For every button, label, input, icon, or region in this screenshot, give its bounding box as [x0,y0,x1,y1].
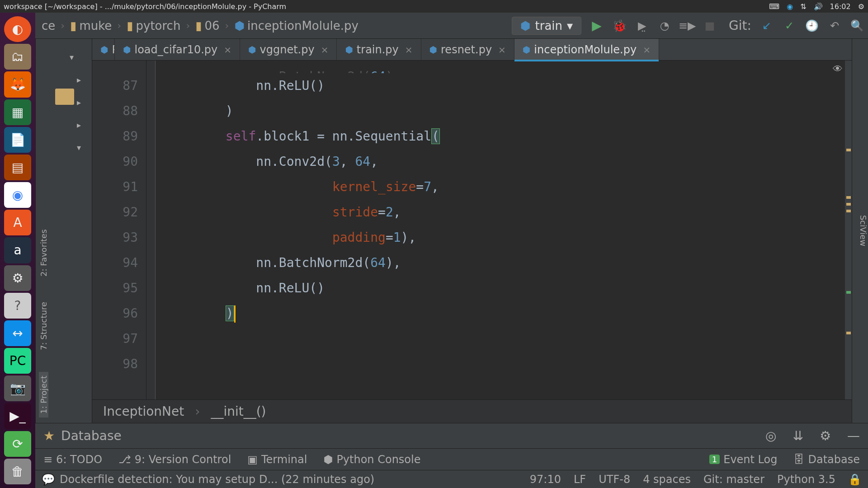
concurrency-button[interactable]: ≡▶ [680,19,694,33]
git-update-button[interactable]: ↙ [760,19,774,33]
teamviewer-icon[interactable]: ↔ [4,320,31,346]
python-icon: ⬢ [323,453,333,466]
trash-icon[interactable]: 🗑 [4,459,31,484]
power-icon[interactable]: ⚙ [858,2,864,11]
run-button[interactable]: ▶ [590,19,604,33]
tab-label: vggnet.py [260,43,315,56]
vcs-tool-button[interactable]: ⎇9: Version Control [118,453,231,466]
tree-collapse-icon[interactable]: ▾ [77,143,81,152]
event-log-tool-button[interactable]: 1Event Log [709,453,778,466]
folder-icon: ▮ [195,19,202,33]
editor-tab[interactable]: ⬢vggnet.py× [240,39,337,60]
sciview-tool-button[interactable]: SciView [859,215,868,246]
git-history-button[interactable]: 🕘 [805,19,819,33]
impress-icon[interactable]: ▤ [4,155,31,180]
updater-icon[interactable]: ⟳ [4,431,31,457]
settings-icon[interactable]: ⚙ [4,265,31,291]
terminal-tool-button[interactable]: ▣Terminal [247,453,307,466]
line-number-gutter[interactable]: 878889909192939495969798 [92,61,146,399]
chrome-icon[interactable]: ◉ [4,182,31,208]
writer-icon[interactable]: 📄 [4,127,31,153]
tab-close-icon[interactable]: × [405,44,413,55]
tab-close-icon[interactable]: × [643,44,651,55]
database-tool-window[interactable]: ★ Database ◎ ⇊ ⚙ — [35,423,868,448]
editor-tab[interactable]: ⬢train.py× [337,39,421,60]
breadcrumb-segment[interactable]: ▮pytorch [124,19,183,33]
ubuntu-dash-icon[interactable]: ◐ [4,16,31,42]
files-icon[interactable]: 🗂 [4,44,31,70]
git-branch[interactable]: Git: master [703,473,764,486]
editor-tab[interactable]: ⬢P [92,39,115,60]
editor-tabs: ⬢P⬢load_cifar10.py×⬢vggnet.py×⬢train.py×… [92,39,852,61]
coverage-button[interactable]: ▶̤ [635,19,649,33]
editor-tab[interactable]: ⬢load_cifar10.py× [115,39,240,60]
todo-tool-button[interactable]: ≡6: TODO [43,453,102,466]
python-interpreter[interactable]: Python 3.5 [777,473,835,486]
file-encoding[interactable]: UTF-8 [599,473,630,486]
software-icon[interactable]: A [4,210,31,235]
tree-expand-icon[interactable]: ▸ [77,98,81,107]
tab-label: resnet.py [441,43,492,56]
terminal-icon[interactable]: ▶_ [4,403,31,429]
debug-button[interactable]: 🐞 [612,19,627,33]
editor-scrollbar[interactable]: 👁 [844,61,852,399]
code-content[interactable]: nn.BatchNorm2d(64), nn.ReLU() ) self.blo… [156,61,844,399]
pycharm-icon[interactable]: PC [4,348,31,374]
breadcrumb-segment[interactable]: ▮muke [67,19,114,33]
screenshot-icon[interactable]: 📷 [4,375,31,401]
tree-expand-icon[interactable]: ▸ [77,75,81,84]
fold-column[interactable] [146,61,156,399]
indent-setting[interactable]: 4 spaces [643,473,691,486]
project-tool-button[interactable]: 1: Project [39,372,48,418]
profile-button[interactable]: ◔ [657,19,672,33]
lock-icon[interactable]: 🔒 [848,473,862,486]
status-message[interactable]: 💬 Dockerfile detection: You may setup D.… [42,473,517,486]
tab-close-icon[interactable]: × [224,44,231,55]
keyboard-icon[interactable]: ⌨ [769,2,779,11]
pycharm-window: ce › ▮muke › ▮pytorch › ▮06 › ⬢inception… [35,13,868,488]
db-target-icon[interactable]: ◎ [765,428,776,443]
breadcrumb-segment[interactable]: ce [39,19,58,33]
editor-body[interactable]: 878889909192939495969798 nn.BatchNorm2d(… [92,61,852,399]
network-icon[interactable]: ⇅ [800,2,806,11]
python-file-icon: ⬢ [248,44,256,55]
python-console-tool-button[interactable]: ⬢Python Console [323,453,420,466]
breadcrumb-method[interactable]: __init__() [211,404,266,419]
firefox-icon[interactable]: 🦊 [4,71,31,97]
tree-expand-icon[interactable]: ▸ [77,120,81,130]
database-tool-button[interactable]: 🗄Database [793,453,860,466]
db-hide-icon[interactable]: — [847,428,860,443]
tab-close-icon[interactable]: × [498,44,506,55]
run-toolbar: ⬢ train ▾ ▶ 🐞 ▶̤ ◔ ≡▶ ■ Git: ↙ ✓ 🕘 ↶ 🔍 [512,17,864,35]
structure-tool-button[interactable]: 7: Structure [39,298,48,354]
git-commit-button[interactable]: ✓ [782,19,797,33]
git-revert-button[interactable]: ↶ [827,19,842,33]
line-separator[interactable]: LF [574,473,586,486]
editor-tab[interactable]: ⬢resnet.py× [421,39,514,60]
caret-position[interactable]: 97:10 [530,473,561,486]
volume-icon[interactable]: 🔊 [814,2,823,11]
python-file-icon: ⬢ [429,44,437,55]
search-everywhere-button[interactable]: 🔍 [850,19,864,33]
tab-label: inceptionMolule.py [534,43,637,56]
project-tool-window[interactable]: ▾ ▸ ▸ ▸ ▾ [52,39,92,423]
folder-icon[interactable] [55,89,74,105]
db-settings-icon[interactable]: ⚙ [820,428,831,443]
db-collapse-icon[interactable]: ⇊ [793,428,803,443]
amazon-icon[interactable]: a [4,237,31,263]
breadcrumb-segment[interactable]: ▮06 [193,19,222,33]
editor-tab[interactable]: ⬢inceptionMolule.py× [514,39,659,60]
breadcrumb-class[interactable]: InceptionNet [103,404,184,419]
clock[interactable]: 16:02 [830,2,851,11]
stop-button[interactable]: ■ [703,19,717,33]
run-config-dropdown[interactable]: ⬢ train ▾ [512,17,581,35]
calc-icon[interactable]: ▦ [4,99,31,125]
python-icon: ⬢ [520,19,531,33]
tab-close-icon[interactable]: × [321,44,329,55]
breadcrumb-file[interactable]: ⬢inceptionMolule.py [231,19,361,33]
sync-icon[interactable]: ◉ [787,2,793,11]
inspection-eye-icon[interactable]: 👁 [833,63,843,75]
tree-collapse-icon[interactable]: ▾ [70,52,74,62]
help-icon[interactable]: ? [4,293,31,319]
favorites-tool-button[interactable]: 2: Favorites [39,226,48,281]
